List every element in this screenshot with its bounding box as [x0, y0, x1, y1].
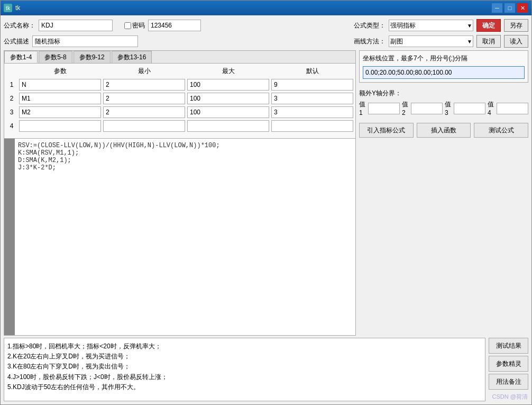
row-num-4: 4	[6, 122, 17, 130]
row-num-1: 1	[6, 81, 17, 88]
table-row: 1	[6, 79, 353, 91]
formula-desc-input[interactable]	[32, 35, 138, 47]
yaxis-value4-label: 值4	[488, 100, 494, 116]
right-panel: 坐标线位置，最多7个，用分号(;)分隔 额外Y轴分界： 值1 值2 值3 值4	[359, 50, 528, 336]
param-max-2[interactable]	[187, 93, 269, 104]
bottom-section: 1.指标>80时，回档机率大；指标<20时，反弹机率大； 2.K在20左右向上穿…	[4, 338, 528, 401]
password-input[interactable]	[148, 20, 201, 31]
yaxis-title: 额外Y轴分界：	[359, 89, 528, 98]
formula-name-label: 公式名称：	[4, 21, 35, 30]
tab-params-1-4[interactable]: 参数1-4	[4, 51, 38, 63]
password-checkbox[interactable]	[124, 22, 131, 29]
coord-input[interactable]	[363, 66, 525, 79]
param-tabs: 参数1-4 参数5-8 参数9-12 参数13-16	[4, 51, 355, 64]
yaxis-value1-label: 值1	[359, 100, 366, 116]
usage-notes-button[interactable]: 用法备注	[489, 374, 528, 390]
formula-desc-label: 公式描述	[4, 37, 29, 46]
coord-title: 坐标线位置，最多7个，用分号(;)分隔	[363, 54, 525, 63]
window-title: tk	[15, 4, 488, 12]
form-row-2: 公式描述 画线方法： 副图 主图 不画线 ▼ 取消 读入	[4, 34, 528, 48]
formula-type-select[interactable]: 强弱指标 趋势指标 量能指标 波动指标	[389, 20, 473, 31]
titlebar: tk tk ─ □ ✕	[1, 1, 531, 15]
notes-area: 1.指标>80时，回档机率大；指标<20时，反弹机率大； 2.K在20左右向上穿…	[4, 338, 485, 401]
table-row: 4	[6, 120, 353, 132]
param-col-max: 最大	[187, 66, 269, 77]
left-panel: 参数1-4 参数5-8 参数9-12 参数13-16 参数 最小 最大 默认	[4, 50, 356, 336]
save-button[interactable]: 另存	[504, 19, 528, 32]
tab-params-5-8[interactable]: 参数5-8	[39, 51, 72, 63]
form-row-1: 公式名称： 密码 公式类型： 强弱指标 趋势指标 量能指标 波动指标 ▼ 确定 …	[4, 19, 528, 32]
formula-gutter	[4, 139, 15, 335]
side-buttons: 测试结果 参数精灵 用法备注	[489, 338, 528, 401]
yaxis-value3-input[interactable]	[454, 103, 485, 114]
yaxis-value2-input[interactable]	[411, 103, 443, 114]
param-col-min: 最小	[103, 66, 185, 77]
minimize-button[interactable]: ─	[491, 3, 503, 13]
formula-area: RSV:=(CLOSE-LLV(LOW,N))/(HHV(HIGH,N)-LLV…	[4, 138, 355, 335]
param-name-2[interactable]	[19, 93, 101, 104]
yaxis-value4-input[interactable]	[497, 103, 528, 114]
window-icon: tk	[4, 4, 12, 12]
param-min-2[interactable]	[103, 93, 185, 104]
action-buttons: 引入指标公式 插入函数 测试公式	[359, 123, 528, 138]
param-name-4[interactable]	[19, 120, 101, 132]
table-row: 3	[6, 106, 353, 118]
param-name-3[interactable]	[19, 106, 101, 118]
close-button[interactable]: ✕	[517, 3, 528, 13]
yaxis-value2-label: 值2	[402, 100, 409, 116]
draw-method-select[interactable]: 副图 主图 不画线	[389, 35, 473, 47]
formula-type-label: 公式类型：	[354, 21, 386, 30]
row-num-3: 3	[6, 109, 17, 116]
formula-name-input[interactable]	[39, 20, 113, 31]
confirm-button[interactable]: 确定	[476, 19, 501, 32]
param-col-num	[6, 66, 17, 77]
param-col-param: 参数	[19, 66, 101, 77]
param-default-2[interactable]	[271, 93, 353, 104]
coord-section: 坐标线位置，最多7个，用分号(;)分隔	[359, 50, 528, 83]
param-col-default: 默认	[271, 66, 353, 77]
yaxis-section: 额外Y轴分界： 值1 值2 值3 值4	[359, 86, 528, 120]
param-max-1[interactable]	[187, 79, 269, 91]
param-default-3[interactable]	[271, 106, 353, 118]
insert-function-button[interactable]: 插入函数	[417, 123, 471, 138]
titlebar-buttons: ─ □ ✕	[491, 3, 528, 13]
draw-method-wrapper: 副图 主图 不画线 ▼	[389, 35, 473, 47]
test-formula-button[interactable]: 测试公式	[474, 123, 528, 138]
main-content: 公式名称： 密码 公式类型： 强弱指标 趋势指标 量能指标 波动指标 ▼ 确定 …	[1, 15, 531, 404]
draw-method-label: 画线方法：	[354, 37, 386, 46]
password-checkbox-label: 密码	[124, 21, 145, 30]
param-min-4[interactable]	[103, 120, 185, 132]
param-wizard-button[interactable]: 参数精灵	[489, 356, 528, 372]
formula-text[interactable]: RSV:=(CLOSE-LLV(LOW,N))/(HHV(HIGH,N)-LLV…	[15, 139, 355, 335]
load-button[interactable]: 读入	[504, 35, 528, 48]
table-row: 2	[6, 93, 353, 104]
param-max-3[interactable]	[187, 106, 269, 118]
param-default-1[interactable]	[271, 79, 353, 91]
cancel-button[interactable]: 取消	[476, 35, 501, 48]
yaxis-value3-label: 值3	[445, 100, 452, 116]
param-name-1[interactable]	[19, 79, 101, 91]
param-table: 参数 最小 最大 默认 1 2	[4, 64, 355, 136]
maximize-button[interactable]: □	[504, 3, 516, 13]
watermark: CSDN @荷清	[492, 393, 528, 401]
main-window: tk tk ─ □ ✕ 公式名称： 密码 公式类型： 强弱指标 趋势指标	[0, 0, 532, 405]
yaxis-inputs: 值1 值2 值3 值4	[359, 100, 528, 116]
param-max-4[interactable]	[187, 120, 269, 132]
param-header: 参数 最小 最大 默认	[6, 66, 353, 77]
formula-type-wrapper: 强弱指标 趋势指标 量能指标 波动指标 ▼	[389, 20, 473, 31]
yaxis-value1-input[interactable]	[368, 103, 400, 114]
notes-text: 1.指标>80时，回档机率大；指标<20时，反弹机率大； 2.K在20左右向上穿…	[7, 343, 168, 391]
import-formula-button[interactable]: 引入指标公式	[359, 123, 414, 138]
param-min-1[interactable]	[103, 79, 185, 91]
test-result-button[interactable]: 测试结果	[489, 338, 528, 354]
row-num-2: 2	[6, 95, 17, 102]
tab-params-13-16[interactable]: 参数13-16	[112, 51, 152, 63]
middle-section: 参数1-4 参数5-8 参数9-12 参数13-16 参数 最小 最大 默认	[4, 50, 528, 336]
param-min-3[interactable]	[103, 106, 185, 118]
tab-params-9-12[interactable]: 参数9-12	[74, 51, 111, 63]
param-default-4[interactable]	[271, 120, 353, 132]
